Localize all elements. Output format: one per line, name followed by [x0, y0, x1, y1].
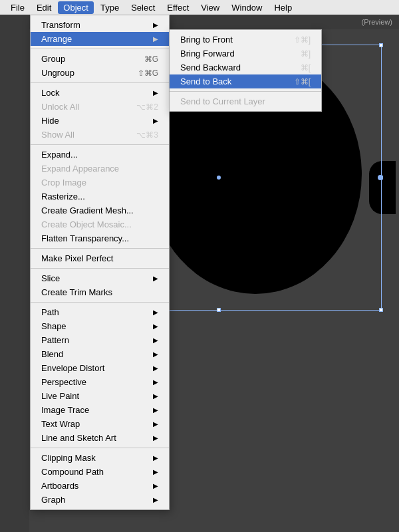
- menu-item-compound-path[interactable]: Compound Path ▶: [31, 465, 169, 479]
- menu-item-group[interactable]: Group ⌘G: [31, 52, 169, 66]
- arrow-icon: ▶: [153, 496, 158, 503]
- separator-4: [31, 248, 169, 249]
- menu-item-create-trim-marks[interactable]: Create Trim Marks: [31, 285, 169, 299]
- arrow-icon: ▶: [153, 392, 158, 400]
- menu-item-path[interactable]: Path ▶: [31, 305, 169, 319]
- arrow-icon: ▶: [153, 468, 158, 475]
- menu-item-expand-appearance[interactable]: Expand Appearance: [31, 162, 169, 176]
- menu-item-ungroup[interactable]: Ungroup ⇧⌘G: [31, 66, 169, 80]
- menubar-help[interactable]: Help: [269, 1, 297, 14]
- menu-item-hide[interactable]: Hide ▶: [31, 114, 169, 128]
- menu-item-artboards[interactable]: Artboards ▶: [31, 479, 169, 493]
- menubar-effect[interactable]: Effect: [162, 1, 194, 14]
- menu-item-slice[interactable]: Slice ▶: [31, 271, 169, 285]
- preview-indicator: (Preview): [362, 18, 392, 26]
- arrow-icon: ▶: [153, 350, 158, 358]
- submenu-send-to-layer[interactable]: Send to Current Layer: [170, 94, 321, 108]
- arrow-icon: ▶: [153, 420, 158, 428]
- submenu-bring-to-front[interactable]: Bring to Front ⇧⌘]: [170, 33, 321, 47]
- arrow-icon: ▶: [153, 378, 158, 386]
- menu-item-rasterize[interactable]: Rasterize...: [31, 190, 169, 203]
- object-dropdown-menu: Transform ▶ Arrange ▶ Bring to Front ⇧⌘]…: [30, 15, 170, 510]
- menu-item-shape[interactable]: Shape ▶: [31, 319, 169, 333]
- menu-item-transform[interactable]: Transform ▶: [31, 18, 169, 32]
- arrow-icon: ▶: [153, 406, 158, 414]
- menu-item-arrange[interactable]: Arrange ▶ Bring to Front ⇧⌘] Bring Forwa…: [31, 32, 169, 46]
- separator-1: [31, 49, 169, 49]
- arrange-submenu: Bring to Front ⇧⌘] Bring Forward ⌘] Send…: [169, 29, 322, 112]
- menu-item-unlock-all[interactable]: Unlock All ⌥⌘2: [31, 100, 169, 114]
- menu-item-expand[interactable]: Expand...: [31, 148, 169, 162]
- arrow-icon: ▶: [153, 482, 158, 489]
- left-toolbar: [0, 15, 29, 532]
- arrow-icon: ▶: [153, 323, 158, 330]
- separator-5: [31, 268, 169, 269]
- menu-item-flatten-transparency[interactable]: Flatten Transparency...: [31, 231, 169, 245]
- menu-item-envelope-distort[interactable]: Envelope Distort ▶: [31, 361, 169, 375]
- arrow-icon: ▶: [153, 275, 158, 282]
- menu-item-show-all[interactable]: Show All ⌥⌘3: [31, 128, 169, 142]
- menu-item-graph[interactable]: Graph ▶: [31, 493, 169, 507]
- canvas-area: @ 400% (Preview) Transform ▶: [0, 15, 399, 532]
- menubar-file[interactable]: File: [5, 1, 30, 14]
- menu-item-line-sketch-art[interactable]: Line and Sketch Art ▶: [31, 431, 169, 445]
- submenu-bring-forward[interactable]: Bring Forward ⌘]: [170, 47, 321, 61]
- arrow-icon: ▶: [153, 336, 158, 344]
- arrow-icon: ▶: [153, 364, 158, 372]
- menubar-type[interactable]: Type: [95, 1, 124, 14]
- shape-right: [369, 161, 396, 214]
- arrow-icon: ▶: [153, 454, 158, 462]
- menu-item-create-object-mosaic[interactable]: Create Object Mosaic...: [31, 217, 169, 231]
- menu-item-create-gradient-mesh[interactable]: Create Gradient Mesh...: [31, 203, 169, 217]
- menubar: File Edit Object Type Select Effect View…: [0, 0, 399, 15]
- submenu-send-backward[interactable]: Send Backward ⌘[: [170, 61, 321, 74]
- menu-item-make-pixel-perfect[interactable]: Make Pixel Perfect: [31, 251, 169, 265]
- menu-item-pattern[interactable]: Pattern ▶: [31, 333, 169, 347]
- submenu-send-to-back[interactable]: Send to Back ⇧⌘[: [170, 74, 321, 88]
- submenu-separator: [170, 91, 321, 92]
- arrow-icon: ▶: [153, 89, 158, 96]
- arrow-icon: ▶: [153, 21, 158, 29]
- menubar-view[interactable]: View: [196, 1, 225, 14]
- separator-2: [31, 82, 169, 83]
- handle-bm: [217, 308, 221, 312]
- handle-br: [379, 308, 383, 312]
- menu-item-perspective[interactable]: Perspective ▶: [31, 375, 169, 389]
- arrow-icon: ▶: [153, 117, 158, 124]
- handle-tr: [379, 43, 383, 47]
- menu-item-crop-image[interactable]: Crop Image: [31, 176, 169, 190]
- menubar-window[interactable]: Window: [226, 1, 267, 14]
- menu-item-blend[interactable]: Blend ▶: [31, 347, 169, 361]
- menu-item-live-paint[interactable]: Live Paint ▶: [31, 389, 169, 403]
- menu-item-image-trace[interactable]: Image Trace ▶: [31, 403, 169, 417]
- arrow-icon: ▶: [153, 434, 158, 442]
- menu-item-lock[interactable]: Lock ▶: [31, 86, 169, 100]
- menubar-object[interactable]: Object: [58, 1, 94, 14]
- menu-item-clipping-mask[interactable]: Clipping Mask ▶: [31, 451, 169, 465]
- arrow-icon: ▶: [153, 35, 158, 43]
- menubar-edit[interactable]: Edit: [31, 1, 57, 14]
- arrow-icon: ▶: [153, 309, 158, 316]
- separator-7: [31, 448, 169, 448]
- menu-item-text-wrap[interactable]: Text Wrap ▶: [31, 417, 169, 431]
- separator-6: [31, 302, 169, 303]
- menubar-select[interactable]: Select: [126, 1, 160, 14]
- separator-3: [31, 144, 169, 145]
